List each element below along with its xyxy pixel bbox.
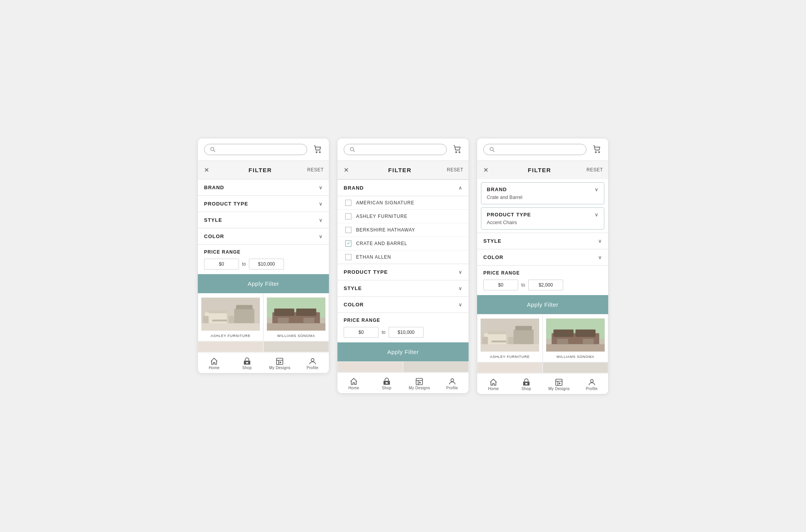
product-type-chevron-1: ∨ xyxy=(319,201,323,207)
brand-label-1: BRAND xyxy=(204,185,224,190)
checkbox-crate[interactable]: ✓ CRATE AND BARREL xyxy=(337,237,469,250)
apply-filter-2[interactable]: Apply Filter xyxy=(337,342,469,361)
price-min-1[interactable] xyxy=(204,259,239,269)
nav-shop-2[interactable]: Shop xyxy=(370,376,403,392)
nav-home-3[interactable]: Home xyxy=(477,377,510,392)
filter-close-2[interactable]: ✕ xyxy=(344,166,353,174)
nav-home-1[interactable]: Home xyxy=(198,356,231,371)
filter-reset-3[interactable]: RESET xyxy=(586,167,602,173)
style-row-2[interactable]: STYLE ∨ xyxy=(337,280,469,296)
home-icon-3 xyxy=(489,378,498,387)
color-row-3[interactable]: COLOR ∨ xyxy=(477,249,608,265)
nav-shop-3[interactable]: Shop xyxy=(510,377,543,392)
style-row-3[interactable]: STYLE ∨ xyxy=(477,233,608,249)
color-row-2[interactable]: COLOR ∨ xyxy=(337,296,469,313)
phone-screen-3: ✕ FILTER RESET BRAND ∨ Crate and Barrel … xyxy=(477,138,609,394)
nav-profile-label-2: Profile xyxy=(446,386,458,390)
style-row-1[interactable]: STYLE ∨ xyxy=(198,212,329,228)
search-bar-3[interactable] xyxy=(483,144,586,155)
filter-reset-1[interactable]: RESET xyxy=(307,167,323,173)
product-type-label-3: PRODUCT TYPE xyxy=(487,212,531,218)
checkbox-american-sig[interactable]: AMERICAN SIGNATURE xyxy=(337,196,469,209)
brand-row-2[interactable]: BRAND ∧ xyxy=(337,180,469,196)
product-grid-3: ASHLEY FURNITURE WILLIAMS SONOMA xyxy=(477,314,608,362)
nav-shop-label-1: Shop xyxy=(242,366,252,370)
style-chevron-2: ∨ xyxy=(458,285,462,291)
checkbox-ethan[interactable]: ETHAN ALLEN xyxy=(337,250,469,264)
search-icon-1 xyxy=(210,147,216,152)
product-type-label-2: PRODUCT TYPE xyxy=(344,269,388,275)
checkbox-ashley-box[interactable] xyxy=(345,213,351,219)
svg-rect-51 xyxy=(546,344,605,351)
product-type-row-1[interactable]: PRODUCT TYPE ∨ xyxy=(198,195,329,212)
svg-rect-16 xyxy=(274,308,294,316)
color-label-3: COLOR xyxy=(483,254,503,260)
product-type-row-2[interactable]: PRODUCT TYPE ∨ xyxy=(337,264,469,280)
home-icon-2 xyxy=(349,377,358,386)
nav-profile-2[interactable]: Profile xyxy=(436,376,469,392)
filter-title-3: FILTER xyxy=(493,167,586,173)
search-icon-3 xyxy=(489,147,495,152)
profile-icon-3 xyxy=(588,378,596,387)
shop-icon-3 xyxy=(522,378,531,387)
nav-home-2[interactable]: Home xyxy=(337,376,370,392)
checkbox-berkshire-box[interactable] xyxy=(345,227,351,233)
color-row-1[interactable]: COLOR ∨ xyxy=(198,228,329,244)
bottom-nav-1: Home Shop My Designs xyxy=(198,352,329,373)
filter-reset-2[interactable]: RESET xyxy=(447,167,462,173)
svg-rect-12 xyxy=(201,323,260,330)
svg-point-33 xyxy=(490,147,493,150)
checkbox-berkshire[interactable]: BERKSHIRE HATHAWAY xyxy=(337,223,469,237)
nav-shop-1[interactable]: Shop xyxy=(231,356,264,371)
color-chevron-2: ∨ xyxy=(458,302,462,307)
checkbox-ethan-box[interactable] xyxy=(345,254,351,260)
price-max-2[interactable] xyxy=(389,327,424,338)
filter-title-2: FILTER xyxy=(353,167,447,173)
price-min-3[interactable] xyxy=(483,280,518,290)
product-type-value-3: Accent Chairs xyxy=(481,220,604,229)
cart-icon-2[interactable] xyxy=(452,144,462,154)
filter-close-1[interactable]: ✕ xyxy=(204,166,213,174)
svg-point-57 xyxy=(590,379,593,382)
apply-filter-1[interactable]: Apply Filter xyxy=(198,274,329,293)
filter-close-3[interactable]: ✕ xyxy=(483,166,493,174)
nav-designs-1[interactable]: My Designs xyxy=(263,356,296,371)
home-icon-1 xyxy=(210,357,218,366)
brand-chevron-1: ∨ xyxy=(319,185,323,190)
svg-rect-19 xyxy=(278,318,289,323)
profile-icon-2 xyxy=(448,377,457,386)
nav-designs-2[interactable]: My Designs xyxy=(403,376,436,392)
cart-icon-3[interactable] xyxy=(592,144,602,154)
cart-icon-1[interactable] xyxy=(313,144,323,154)
brand-chevron-3: ∨ xyxy=(595,187,598,192)
svg-point-35 xyxy=(595,152,597,153)
product-type-row-3[interactable]: PRODUCT TYPE ∨ xyxy=(481,208,604,220)
checkbox-american-sig-box[interactable] xyxy=(345,200,351,206)
brand-value-3: Crate and Barrel xyxy=(481,195,604,204)
price-max-3[interactable] xyxy=(528,280,563,290)
nav-designs-3[interactable]: My Designs xyxy=(543,377,576,392)
svg-line-34 xyxy=(493,150,495,152)
style-chevron-1: ∨ xyxy=(319,217,323,223)
price-range-label-3: PRICE RANGE xyxy=(483,270,602,276)
price-to-1: to xyxy=(242,261,246,267)
price-max-1[interactable] xyxy=(249,259,284,269)
checkbox-ashley[interactable]: ASHLEY FURNITURE xyxy=(337,209,469,223)
brand-row-1[interactable]: BRAND ∨ xyxy=(198,179,329,195)
price-range-3: PRICE RANGE to xyxy=(477,265,608,295)
search-icon-2 xyxy=(349,147,355,152)
shop-icon-2 xyxy=(382,377,391,386)
price-min-2[interactable] xyxy=(344,327,379,338)
nav-designs-label-3: My Designs xyxy=(548,387,570,391)
svg-line-1 xyxy=(214,150,215,152)
nav-shop-label-2: Shop xyxy=(382,386,391,390)
nav-designs-label-1: My Designs xyxy=(269,366,291,370)
brand-label-2: BRAND xyxy=(344,185,364,191)
brand-row-3[interactable]: BRAND ∨ xyxy=(481,183,604,195)
search-bar-2[interactable] xyxy=(344,144,447,155)
nav-profile-3[interactable]: Profile xyxy=(576,377,609,392)
apply-filter-3[interactable]: Apply Filter xyxy=(477,295,608,314)
nav-profile-1[interactable]: Profile xyxy=(296,356,329,371)
search-bar-1[interactable] xyxy=(204,144,307,155)
checkbox-crate-box[interactable]: ✓ xyxy=(345,240,351,247)
